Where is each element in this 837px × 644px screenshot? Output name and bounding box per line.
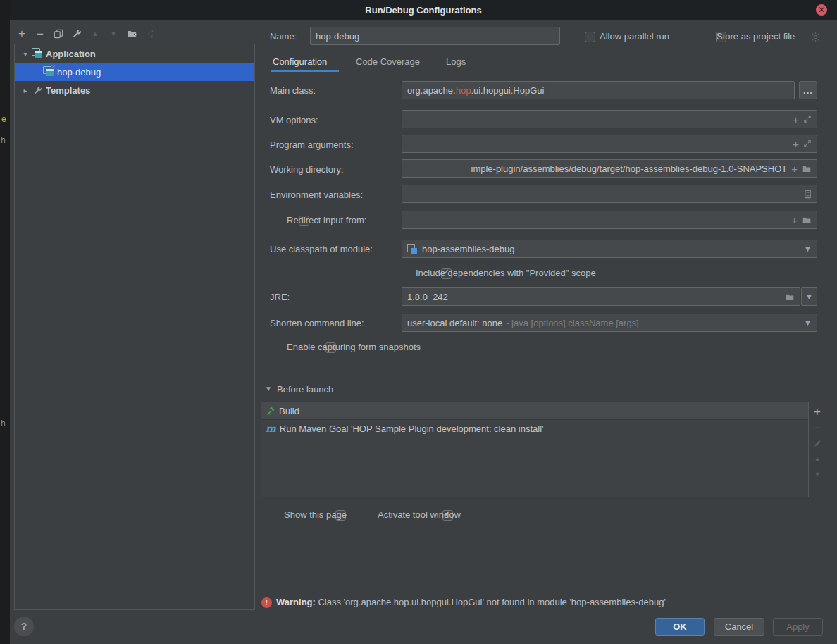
jre-value: 1.8.0_242 [407, 292, 448, 302]
application-broken-icon: ✕ [43, 66, 54, 78]
remove-icon[interactable]: − [812, 422, 823, 433]
move-down-icon[interactable]: ▼ [812, 469, 823, 480]
activate-tool-window-label: Activate tool window [378, 509, 461, 520]
jre-dropdown-button[interactable]: ▼ [801, 287, 817, 306]
before-launch-item-label: Run Maven Goal 'HOP Sample Plugin develo… [280, 423, 544, 434]
macro-plus-icon[interactable]: + [791, 216, 798, 225]
main-class-input[interactable]: org.apache.hop.ui.hopgui.HopGui [402, 81, 795, 99]
redirect-input-label: Redirect input from: [287, 215, 366, 225]
active-tab-underline [271, 70, 339, 72]
form-snapshots-label: Enable capturing form snapshots [287, 342, 421, 352]
tree-group-label: Application [46, 49, 96, 59]
tree-templates-label: Templates [46, 85, 90, 96]
collapse-arrow-icon[interactable]: ▼ [265, 385, 272, 392]
main-class-value-prefix: org.apache. [407, 85, 456, 96]
chevron-down-icon[interactable]: ▾ [20, 50, 30, 58]
edit-pencil-icon[interactable] [812, 438, 823, 449]
tree-group-templates[interactable]: ▸ Templates [15, 81, 254, 99]
edit-templates-wrench-icon[interactable] [71, 28, 82, 39]
browse-folder-icon[interactable] [802, 164, 812, 173]
main-class-value-error: hop [456, 85, 471, 96]
move-up-icon[interactable]: ▲ [89, 28, 101, 39]
edit-variables-icon[interactable] [804, 190, 812, 199]
add-configuration-icon[interactable]: + [16, 28, 27, 39]
ok-button[interactable]: OK [655, 618, 705, 636]
tab-configuration[interactable]: Configuration [273, 56, 327, 67]
before-launch-item-build[interactable]: Build [261, 402, 808, 420]
expand-editor-icon[interactable] [803, 115, 812, 123]
main-class-value-suffix: .ui.hopgui.HopGui [471, 85, 544, 96]
program-arguments-label: Program arguments: [270, 140, 354, 150]
main-class-browse-button[interactable]: ... [799, 81, 817, 99]
remove-configuration-icon[interactable]: − [35, 28, 46, 39]
copy-configuration-icon[interactable] [53, 28, 64, 39]
redirect-input-field[interactable]: + [402, 211, 817, 229]
module-icon [407, 243, 418, 254]
working-directory-input[interactable]: imple-plugin/assemblies/debug/target/hop… [402, 159, 817, 178]
build-hammer-icon [266, 406, 275, 416]
allow-parallel-run-checkbox[interactable] [585, 32, 595, 42]
tree-item-hop-debug[interactable]: ✕ hop-debug [15, 63, 254, 81]
configurations-tree: ▾ Application ✕ hop-debug ▸ Templates [14, 44, 255, 610]
sort-alphabetically-icon[interactable]: ↓az [144, 28, 156, 39]
browse-folder-icon[interactable] [785, 292, 795, 302]
warning-text: Class 'org.apache.hop.ui.hopgui.HopGui' … [316, 597, 666, 607]
before-launch-item-label: Build [279, 406, 299, 416]
tree-group-application[interactable]: ▾ Application [15, 44, 254, 63]
main-class-label: Main class: [270, 85, 316, 96]
warning-divider [261, 588, 829, 588]
name-label: Name: [270, 31, 297, 42]
store-as-project-file-label: Store as project file [717, 31, 795, 42]
tab-code-coverage[interactable]: Code Coverage [356, 56, 420, 67]
shorten-command-line-value: user-local default: none [407, 318, 502, 328]
shorten-command-line-label: Shorten command line: [270, 318, 364, 328]
program-arguments-input[interactable]: + [402, 135, 817, 153]
classpath-module-combobox[interactable]: hop-assemblies-debug ▼ [402, 240, 817, 258]
dialog-titlebar: Run/Debug Configurations [10, 0, 837, 20]
help-button[interactable]: ? [14, 617, 34, 636]
store-settings-gear-icon[interactable] [810, 31, 821, 42]
apply-button: Apply [773, 618, 823, 636]
jre-combobox[interactable]: 1.8.0_242 [402, 287, 800, 306]
vm-options-input[interactable]: + [402, 110, 817, 128]
move-up-icon[interactable]: ▲ [812, 453, 823, 464]
macro-plus-icon[interactable]: + [793, 115, 799, 124]
chevron-down-icon[interactable]: ▼ [804, 244, 812, 253]
jre-label: JRE: [270, 292, 290, 302]
tab-logs[interactable]: Logs [446, 56, 466, 67]
background-text-fragment: h [1, 135, 6, 145]
warning-icon: ! [261, 597, 272, 608]
working-directory-value: imple-plugin/assemblies/debug/target/hop… [471, 163, 788, 174]
before-launch-divider [350, 390, 826, 390]
warning-label: Warning: [276, 597, 316, 607]
dialog-title: Run/Debug Configurations [365, 5, 481, 16]
browse-folder-icon[interactable] [802, 216, 812, 225]
section-divider [270, 366, 826, 366]
chevron-right-icon[interactable]: ▸ [20, 87, 30, 94]
provided-scope-label: Include dependencies with "Provided" sco… [416, 268, 596, 278]
cancel-button[interactable]: Cancel [714, 618, 764, 636]
maven-icon: m [266, 423, 276, 433]
tree-item-label: hop-debug [57, 67, 101, 78]
chevron-down-icon[interactable]: ▼ [804, 318, 812, 327]
run-debug-configurations-window: e h h Run/Debug Configurations ✕ + − ▲ ▼… [0, 0, 837, 644]
before-launch-title: Before launch [277, 384, 333, 395]
close-icon[interactable]: ✕ [816, 4, 827, 16]
move-down-icon[interactable]: ▼ [108, 28, 119, 39]
background-text-fragment: e [1, 114, 6, 124]
before-launch-toolbar: + − ▲ ▼ [809, 402, 826, 497]
warning-message: Warning: Class 'org.apache.hop.ui.hopgui… [276, 597, 666, 607]
shorten-command-line-combobox[interactable]: user-local default: none - java [options… [402, 314, 817, 332]
new-folder-icon[interactable] [126, 28, 137, 39]
before-launch-item-maven[interactable]: m Run Maven Goal 'HOP Sample Plugin deve… [261, 420, 808, 437]
templates-wrench-icon [32, 85, 43, 96]
classpath-module-label: Use classpath of module: [270, 244, 373, 254]
macro-plus-icon[interactable]: + [791, 164, 798, 173]
environment-variables-input[interactable] [402, 185, 817, 203]
add-icon[interactable]: + [812, 407, 823, 418]
name-input[interactable]: hop-debug [310, 27, 560, 45]
expand-editor-icon[interactable] [803, 140, 812, 148]
before-launch-list: Build m Run Maven Goal 'HOP Sample Plugi… [261, 402, 809, 497]
vm-options-label: VM options: [270, 115, 318, 125]
macro-plus-icon[interactable]: + [793, 140, 799, 149]
